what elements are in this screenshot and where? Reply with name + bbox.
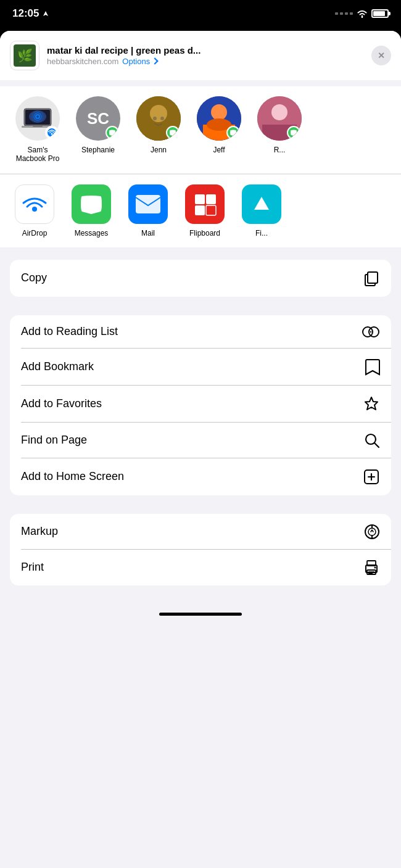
action-group-3: Markup Print <box>10 514 391 585</box>
action-copy[interactable]: Copy <box>10 260 391 297</box>
action-print[interactable]: Print <box>10 550 391 585</box>
svg-line-36 <box>374 443 379 447</box>
domain-text: hebbarskitchen.com <box>47 57 118 66</box>
location-arrow-icon <box>42 10 49 17</box>
markup-icon <box>364 524 380 540</box>
messages-badge-icon-jeff <box>229 129 237 136</box>
app-name-partial: Fi... <box>255 229 268 238</box>
svg-rect-25 <box>195 194 205 204</box>
airdrop-app-icon <box>21 191 48 218</box>
app-partial[interactable]: Fi... <box>237 184 286 238</box>
person-jeff[interactable]: Jeff <box>191 96 247 163</box>
svg-marker-29 <box>254 197 269 210</box>
people-scroll[interactable]: Sam'sMacbook Pro SC Stephanie <box>10 96 401 163</box>
bookmark-icon <box>365 358 380 376</box>
person-name-jeff: Jeff <box>213 146 225 154</box>
favicon-icon: 🌿 <box>17 48 33 63</box>
airdrop-badge-icon <box>48 128 56 137</box>
person-name-stephanie: Stephanie <box>81 146 115 154</box>
action-add-home-screen[interactable]: Add to Home Screen <box>10 458 391 495</box>
home-bar <box>159 613 242 616</box>
person-name-jenn: Jenn <box>151 146 167 154</box>
svg-point-17 <box>211 104 227 120</box>
person-avatar-macbook <box>15 96 60 141</box>
action-add-favorites[interactable]: Add to Favorites <box>10 386 391 423</box>
status-icons <box>335 9 389 18</box>
favicon: 🌿 <box>10 41 39 70</box>
app-name-mail: Mail <box>141 229 155 238</box>
action-add-home-screen-label: Add to Home Screen <box>21 470 124 483</box>
star-icon <box>363 395 380 413</box>
reading-list-icon <box>362 325 380 339</box>
person-fifth[interactable]: R... <box>252 96 307 163</box>
svg-point-21 <box>271 104 287 120</box>
share-targets-section: Sam'sMacbook Pro SC Stephanie <box>0 86 401 247</box>
action-add-bookmark-label: Add Bookmark <box>21 360 94 373</box>
action-find-on-page-label: Find on Page <box>21 434 87 447</box>
app-mail[interactable]: Mail <box>123 184 173 238</box>
messages-badge-stephanie <box>105 126 119 139</box>
person-macbook[interactable]: Sam'sMacbook Pro <box>10 96 65 163</box>
svg-point-23 <box>32 207 37 212</box>
app-icon-mail <box>128 184 168 224</box>
action-find-on-page[interactable]: Find on Page <box>10 423 391 458</box>
svg-rect-4 <box>33 126 43 127</box>
action-group-1: Copy <box>10 260 391 297</box>
apps-scroll[interactable]: AirDrop Messages <box>10 184 401 238</box>
divider-3 <box>0 303 401 309</box>
messages-badge-icon-fifth <box>290 129 297 136</box>
person-name-macbook: Sam'sMacbook Pro <box>16 146 60 163</box>
svg-rect-27 <box>195 205 205 215</box>
partial-app-icon <box>252 195 271 213</box>
svg-point-14 <box>153 117 157 120</box>
options-chevron-icon <box>151 57 158 64</box>
svg-point-15 <box>160 117 164 120</box>
divider-2 <box>0 247 401 254</box>
person-jenn[interactable]: Jenn <box>131 96 186 163</box>
mail-app-icon <box>134 194 162 215</box>
action-reading-list-label: Add to Reading List <box>21 325 118 338</box>
home-indicator <box>0 604 401 625</box>
action-group-2: Add to Reading List Add Bookmark Add to … <box>10 315 391 495</box>
svg-point-9 <box>51 133 53 135</box>
action-copy-label: Copy <box>21 271 47 284</box>
app-icon-airdrop <box>15 184 54 224</box>
divider-4 <box>0 502 401 508</box>
app-icon-messages <box>72 184 111 224</box>
close-button[interactable]: ✕ <box>371 46 391 65</box>
app-name-messages: Messages <box>75 229 109 238</box>
options-button[interactable]: Options <box>122 57 157 66</box>
stephanie-initials: SC <box>87 109 109 128</box>
app-airdrop[interactable]: AirDrop <box>10 184 59 238</box>
messages-app-icon <box>79 192 104 217</box>
action-add-bookmark[interactable]: Add Bookmark <box>10 349 391 386</box>
battery-icon <box>371 9 389 18</box>
action-reading-list[interactable]: Add to Reading List <box>10 315 391 349</box>
messages-badge-icon <box>109 129 116 136</box>
svg-rect-24 <box>136 195 160 213</box>
person-stephanie[interactable]: SC Stephanie <box>70 96 126 163</box>
person-avatar-stephanie: SC <box>76 96 120 141</box>
page-title: matar ki dal recipe | green peas d... <box>47 45 364 56</box>
svg-point-41 <box>368 528 376 535</box>
url-info: matar ki dal recipe | green peas d... he… <box>47 45 364 66</box>
share-sheet: 🌿 matar ki dal recipe | green peas d... … <box>0 31 401 868</box>
print-icon <box>363 560 380 576</box>
airdrop-badge <box>45 126 59 139</box>
signal-icon <box>335 12 353 15</box>
person-avatar-jenn <box>136 96 181 141</box>
svg-point-8 <box>48 128 56 137</box>
flipboard-app-icon <box>191 191 218 218</box>
app-messages[interactable]: Messages <box>67 184 116 238</box>
svg-point-2 <box>29 110 46 123</box>
app-name-flipboard: Flipboard <box>189 229 220 238</box>
status-time: 12:05 <box>12 7 49 20</box>
action-markup[interactable]: Markup <box>10 514 391 550</box>
app-flipboard[interactable]: Flipboard <box>180 184 229 238</box>
status-bar: 12:05 <box>0 0 401 27</box>
url-section: 🌿 matar ki dal recipe | green peas d... … <box>0 31 401 80</box>
bottom-spacer <box>0 592 401 604</box>
svg-point-11 <box>150 105 167 122</box>
app-icon-flipboard <box>185 184 225 224</box>
app-icon-partial <box>242 184 281 224</box>
